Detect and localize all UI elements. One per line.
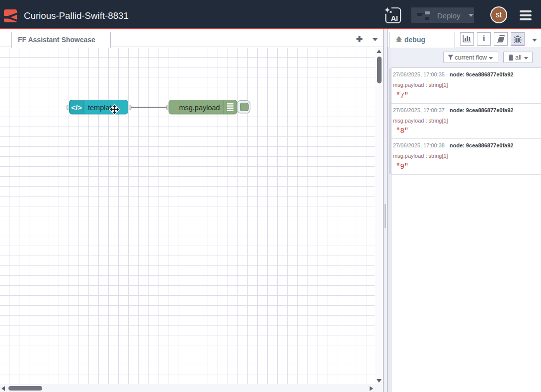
svg-text:AI: AI (391, 14, 398, 22)
svg-text:</>: </> (71, 103, 82, 112)
svg-text:msg.payload: msg.payload (179, 104, 220, 112)
